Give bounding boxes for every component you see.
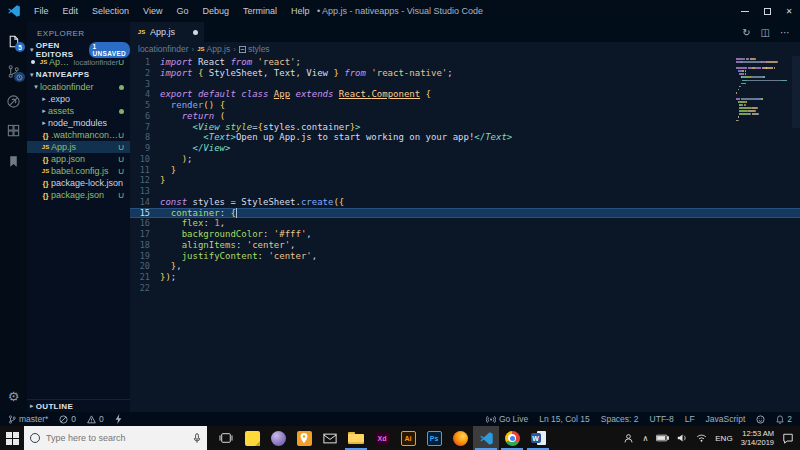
code-line-10[interactable]: 10 ); [130, 154, 800, 165]
taskbar-firefox-icon[interactable] [447, 426, 473, 450]
status-master-[interactable]: master* [8, 414, 48, 424]
taskbar-word-icon[interactable]: W [525, 426, 551, 450]
code-line-2[interactable]: 2import { StyleSheet, Text, View } from … [130, 68, 800, 79]
code-line-18[interactable]: 18 alignItems: 'center', [130, 240, 800, 251]
taskbar-sticky-notes-icon[interactable] [239, 426, 265, 450]
menu-edit[interactable]: Edit [56, 0, 86, 22]
status-ln-15-col-15[interactable]: Ln 15, Col 15 [539, 414, 590, 424]
status-smiley[interactable] [756, 415, 765, 424]
code-line-7[interactable]: 7 <View style={styles.container}> [130, 122, 800, 133]
code-line-9[interactable]: 9 </View> [130, 143, 800, 154]
extensions-icon[interactable] [0, 116, 27, 146]
taskbar-expo-icon[interactable] [265, 426, 291, 450]
minimap[interactable] [736, 58, 791, 126]
taskbar-vscode-icon[interactable] [473, 426, 499, 450]
tree-item-assets[interactable]: ▸assets [27, 105, 130, 117]
tray-expand-chevron-icon[interactable]: ∧ [642, 434, 648, 443]
code-line-19[interactable]: 19 justifyContent: 'center', [130, 251, 800, 262]
status-2[interactable]: 2 [776, 414, 792, 424]
tree-item-.expo[interactable]: ▸.expo [27, 93, 130, 105]
code-line-17[interactable]: 17 backgroundColor: '#fff', [130, 229, 800, 240]
taskbar-adobe-xd-icon[interactable]: Xd [369, 426, 395, 450]
tree-item-.watchmanconfig[interactable]: {}.watchmanconfigU [27, 129, 130, 141]
microphone-icon[interactable] [193, 433, 201, 444]
menu-terminal[interactable]: Terminal [236, 0, 284, 22]
people-icon[interactable] [623, 433, 634, 444]
menu-selection[interactable]: Selection [85, 0, 136, 22]
menu-file[interactable]: File [27, 0, 56, 22]
clock[interactable]: 12:53 AM 3/14/2019 [741, 429, 774, 447]
code-line-15[interactable]: 15 container: { [130, 208, 800, 219]
volume-icon[interactable] [677, 433, 688, 443]
battery-icon[interactable] [656, 434, 669, 442]
code-line-4[interactable]: 4export default class App extends React.… [130, 89, 800, 100]
code-line-3[interactable]: 3 [130, 79, 800, 90]
tree-item-App.js[interactable]: JSApp.jsU [27, 141, 130, 153]
start-button[interactable] [0, 426, 24, 450]
code-line-22[interactable]: 22 [130, 283, 800, 294]
tab-appjs[interactable]: JS App.js [130, 22, 204, 42]
more-actions-icon[interactable]: ⋯ [780, 27, 790, 38]
tree-item-app.json[interactable]: {}app.jsonU [27, 153, 130, 165]
breadcrumb-item-locationfinder[interactable]: locationfinder [138, 44, 189, 54]
code-line-12[interactable]: 12} [130, 175, 800, 186]
taskbar-illustrator-icon[interactable]: Ai [395, 426, 421, 450]
settings-gear-icon[interactable]: ⚙ [8, 389, 20, 404]
open-changes-icon[interactable]: ↻ [742, 27, 750, 38]
project-section-header[interactable]: ▾ NATIVEAPPS [27, 68, 130, 81]
menu-view[interactable]: View [136, 0, 169, 22]
code-line-14[interactable]: 14const styles = StyleSheet.create({ [130, 197, 800, 208]
taskbar-mail-icon[interactable] [317, 426, 343, 450]
status-lf[interactable]: LF [685, 414, 695, 424]
code-editor[interactable]: 1import React from 'react';2import { Sty… [130, 56, 800, 412]
breadcrumb-item-styles[interactable]: styles [239, 44, 270, 54]
split-editor-icon[interactable]: ◫ [761, 27, 770, 38]
bookmarks-icon[interactable] [0, 146, 27, 176]
status-javascript[interactable]: JavaScript [706, 414, 746, 424]
code-line-1[interactable]: 1import React from 'react'; [130, 57, 800, 68]
outline-section-header[interactable]: ▸ OUTLINE [27, 399, 130, 412]
status-bolt[interactable] [115, 414, 122, 424]
open-editors-header[interactable]: ▾ OPEN EDITORS 1 UNSAVED [27, 43, 130, 56]
code-line-8[interactable]: 8 <Text>Open up App.js to start working … [130, 132, 800, 143]
action-center-icon[interactable] [782, 433, 794, 444]
language-indicator[interactable]: ENG [715, 434, 732, 443]
open-editor-item-App.js[interactable]: JSApp.jslocationfinderU [27, 56, 130, 68]
taskbar-task-view-icon[interactable] [213, 426, 239, 450]
tree-item-node_modules[interactable]: ▸node_modules [27, 117, 130, 129]
code-line-21[interactable]: 21}); [130, 272, 800, 283]
status-0[interactable]: 0 [59, 414, 76, 424]
code-line-16[interactable]: 16 flex: 1, [130, 218, 800, 229]
tree-item-package.json[interactable]: {}package.jsonU [27, 189, 130, 201]
status-utf-8[interactable]: UTF-8 [650, 414, 674, 424]
status-go-live[interactable]: Go Live [486, 414, 528, 424]
code-line-11[interactable]: 11 } [130, 165, 800, 176]
network-icon[interactable] [696, 433, 707, 443]
source-control-icon[interactable] [0, 56, 27, 86]
maximize-button[interactable] [756, 0, 778, 22]
editor-scrollbar[interactable] [792, 56, 800, 128]
menu-help[interactable]: Help [284, 0, 317, 22]
taskbar-maps-icon[interactable] [291, 426, 317, 450]
taskbar-photoshop-icon[interactable]: Ps [421, 426, 447, 450]
breadcrumb-item-App.js[interactable]: JSApp.js [197, 44, 230, 54]
minimize-button[interactable] [734, 0, 756, 22]
menu-go[interactable]: Go [169, 0, 195, 22]
status-0[interactable]: 0 [87, 414, 104, 424]
tree-item-package-lock.json[interactable]: {}package-lock.json [27, 177, 130, 189]
taskbar-file-explorer-icon[interactable] [343, 426, 369, 450]
status-spaces-2[interactable]: Spaces: 2 [601, 414, 639, 424]
tree-item-babel.config.js[interactable]: JSbabel.config.jsU [27, 165, 130, 177]
debug-icon[interactable] [0, 86, 27, 116]
search-input[interactable] [44, 432, 189, 444]
taskbar-search[interactable] [24, 426, 207, 450]
taskbar-chrome-icon[interactable] [499, 426, 525, 450]
explorer-icon[interactable]: 5 [0, 26, 27, 56]
code-line-20[interactable]: 20 }, [130, 261, 800, 272]
menu-debug[interactable]: Debug [195, 0, 236, 22]
code-line-13[interactable]: 13 [130, 186, 800, 197]
code-line-5[interactable]: 5 render() { [130, 100, 800, 111]
tree-item-locationfinder[interactable]: ▾locationfinder [27, 81, 130, 93]
code-line-6[interactable]: 6 return ( [130, 111, 800, 122]
close-button[interactable]: ✕ [778, 0, 800, 22]
